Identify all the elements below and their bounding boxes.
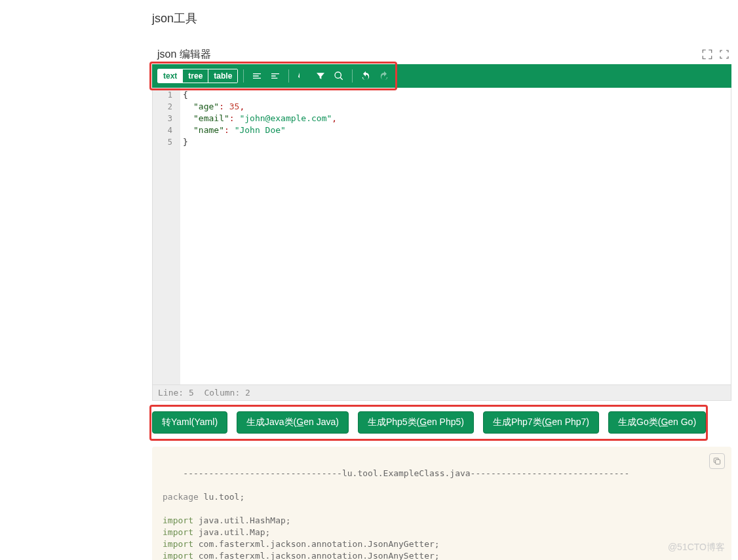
- editor-title: json 编辑器: [152, 48, 211, 62]
- editor-header: json 编辑器: [152, 45, 731, 64]
- package-keyword: package: [163, 492, 199, 502]
- code-output: -------------------------------lu.tool.E…: [152, 447, 731, 560]
- code-line: {: [183, 89, 728, 101]
- format-indent-icon[interactable]: [249, 68, 265, 84]
- line-number: 1: [153, 89, 180, 101]
- line-number: 4: [153, 124, 180, 136]
- page-title: json工具: [152, 0, 731, 31]
- editor-body[interactable]: 1 2 3 4 5 { "age": 35, "email": "john@ex…: [152, 88, 731, 385]
- import-keyword: import: [163, 551, 193, 560]
- mode-table-button[interactable]: table: [208, 69, 237, 83]
- status-bar: Line: 5 Column: 2: [152, 385, 731, 401]
- line-number: 3: [153, 113, 180, 124]
- sort-icon[interactable]: [294, 68, 310, 84]
- line-number: 5: [153, 136, 180, 148]
- line-gutter: 1 2 3 4 5: [153, 88, 180, 384]
- import-keyword: import: [163, 527, 193, 537]
- gen-java-button[interactable]: 生成Java类(Gen Java): [237, 411, 349, 434]
- filter-icon[interactable]: [313, 68, 328, 84]
- gen-php7-button[interactable]: 生成Php7类(Gen Php7): [483, 411, 599, 434]
- editor-top-actions: [700, 47, 731, 62]
- line-number: 2: [153, 101, 180, 113]
- action-row: 转Yaml(Yaml) 生成Java类(Gen Java) 生成Php5类(Ge…: [152, 406, 731, 439]
- toolbar-wrap: text tree table: [152, 64, 731, 88]
- separator: [352, 69, 353, 83]
- gen-go-button[interactable]: 生成Go类(Gen Go): [608, 411, 706, 434]
- redo-icon[interactable]: [376, 68, 392, 84]
- separator: [243, 69, 244, 83]
- mode-tree-button[interactable]: tree: [183, 69, 208, 83]
- code-line: "email": "john@example.com",: [183, 113, 728, 124]
- mode-text-button[interactable]: text: [158, 69, 183, 83]
- code-line: "name": "John Doe": [183, 124, 728, 136]
- separator: [288, 69, 289, 83]
- undo-icon[interactable]: [358, 68, 374, 84]
- import-keyword: import: [163, 539, 193, 549]
- search-icon[interactable]: [331, 68, 347, 84]
- action-row-wrap: 转Yaml(Yaml) 生成Java类(Gen Java) 生成Php5类(Ge…: [152, 406, 731, 439]
- gen-php5-button[interactable]: 生成Php5类(Gen Php5): [358, 411, 474, 434]
- code-line: }: [183, 136, 728, 148]
- editor-toolbar: text tree table: [152, 64, 731, 88]
- mode-buttons: text tree table: [157, 69, 238, 83]
- format-compact-icon[interactable]: [267, 68, 283, 84]
- watermark: @51CTO博客: [668, 542, 725, 553]
- code-area[interactable]: { "age": 35, "email": "john@example.com"…: [180, 88, 731, 384]
- import-keyword: import: [163, 515, 193, 525]
- fullscreen-icon[interactable]: [717, 47, 731, 62]
- output-header: -------------------------------lu.tool.E…: [183, 468, 629, 478]
- svg-rect-0: [716, 460, 720, 464]
- code-line: "age": 35,: [183, 101, 728, 113]
- convert-yaml-button[interactable]: 转Yaml(Yaml): [152, 411, 227, 434]
- expand-icon[interactable]: [700, 47, 714, 62]
- copy-icon[interactable]: [709, 453, 725, 469]
